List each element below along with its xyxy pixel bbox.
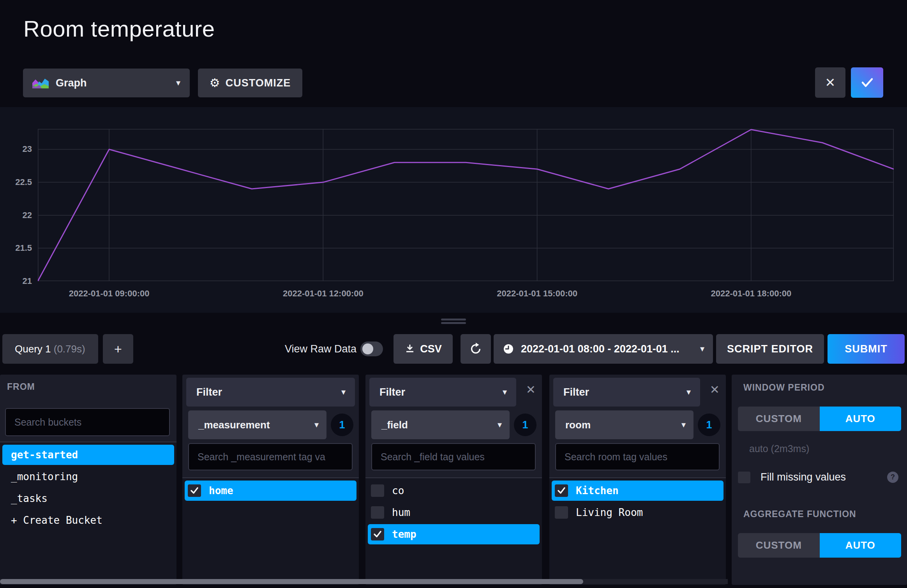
checkbox[interactable] <box>371 484 384 497</box>
time-range-dropdown[interactable]: 2022-01-01 08:00 - 2022-01-01 ... ▾ <box>494 334 713 364</box>
horizontal-scrollbar-track[interactable] <box>0 579 728 584</box>
aggregate-segmented-control: CUSTOM AUTO <box>738 533 901 558</box>
download-icon <box>404 343 415 354</box>
bucket-list-item[interactable]: _monitoring <box>2 467 174 487</box>
add-query-button[interactable]: + <box>103 334 133 364</box>
query-duration: (0.79s) <box>51 343 85 355</box>
checkbox[interactable] <box>371 528 384 540</box>
window-period-title: WINDOW PERIOD <box>743 382 825 393</box>
bucket-search-input[interactable] <box>5 408 170 436</box>
view-raw-data-label: View Raw Data <box>285 334 356 364</box>
tag-value-search-input[interactable] <box>555 443 720 470</box>
tag-value-label: temp <box>392 528 416 540</box>
filter-close-icon[interactable]: ✕ <box>710 384 720 396</box>
clock-icon <box>503 343 514 354</box>
line-chart[interactable] <box>38 129 894 281</box>
tag-value-search-input[interactable] <box>188 443 353 470</box>
filter-panel: Filter▾✕room▾1KitchenLiving Room <box>549 375 726 585</box>
selected-count-badge: 1 <box>698 414 720 436</box>
chevron-down-icon: ▾ <box>314 421 319 429</box>
query-tab[interactable]: Query 1 (0.79s) <box>2 334 98 364</box>
from-panel: FROM get-started_monitoring_tasks+ Creat… <box>0 375 176 585</box>
auto-window-period-value: auto (2m3ms) <box>749 443 809 454</box>
tag-key-label: room <box>565 419 591 431</box>
filter-panel: Filter▾_measurement▾1home <box>182 375 359 585</box>
y-axis-tick-label: 22 <box>1 210 32 220</box>
filter-header-dropdown[interactable]: Filter▾ <box>186 378 355 407</box>
customize-button[interactable]: ⚙ CUSTOMIZE <box>198 69 302 97</box>
aggregate-custom-button[interactable]: CUSTOM <box>738 533 820 558</box>
refresh-button[interactable] <box>461 334 491 364</box>
tag-value-row[interactable]: co <box>368 481 540 501</box>
y-axis-tick-label: 21 <box>1 276 32 286</box>
horizontal-scrollbar-thumb[interactable] <box>0 579 583 584</box>
check-icon <box>190 486 199 495</box>
check-icon <box>860 77 874 88</box>
filter-title: Filter <box>563 386 589 398</box>
tag-value-list: KitchenLiving Room <box>549 478 726 585</box>
window-auto-button[interactable]: AUTO <box>820 407 902 431</box>
tag-value-label: hum <box>392 507 410 518</box>
time-range-label: 2022-01-01 08:00 - 2022-01-01 ... <box>521 343 679 355</box>
checkbox[interactable] <box>555 506 568 519</box>
script-editor-button[interactable]: SCRIPT EDITOR <box>716 334 824 364</box>
cancel-button[interactable]: ✕ <box>815 67 845 98</box>
chevron-down-icon: ▾ <box>503 388 507 396</box>
window-period-segmented-control: CUSTOM AUTO <box>738 407 901 431</box>
tag-value-row[interactable]: hum <box>368 502 540 523</box>
tag-value-row[interactable]: temp <box>368 524 540 544</box>
customize-label: CUSTOMIZE <box>226 77 291 89</box>
filter-close-icon[interactable]: ✕ <box>526 384 536 396</box>
help-icon[interactable]: ? <box>887 472 898 483</box>
visualization-type-dropdown[interactable]: Graph ▾ <box>23 69 190 97</box>
bucket-label: _monitoring <box>11 471 78 482</box>
page-title: Room temperature <box>23 16 215 42</box>
bucket-label: get-started <box>11 449 78 461</box>
view-raw-data-toggle[interactable] <box>360 342 383 356</box>
x-axis-tick-label: 2022-01-01 18:00:00 <box>689 289 813 299</box>
x-axis-tick-label: 2022-01-01 15:00:00 <box>475 289 600 299</box>
query-tab-name: Query 1 <box>15 343 51 355</box>
bucket-list-item[interactable]: _tasks <box>2 488 174 509</box>
checkbox[interactable] <box>371 506 384 519</box>
csv-download-button[interactable]: CSV <box>394 334 453 364</box>
filter-header-dropdown[interactable]: Filter▾ <box>369 378 516 407</box>
tag-key-dropdown[interactable]: _measurement▾ <box>188 410 326 439</box>
bucket-list-item[interactable]: get-started <box>2 445 174 465</box>
check-icon <box>373 530 382 539</box>
confirm-button[interactable] <box>851 67 883 98</box>
tag-value-search-input[interactable] <box>371 443 536 470</box>
tag-key-dropdown[interactable]: room▾ <box>555 410 693 439</box>
visualization-type-label: Graph <box>56 77 87 89</box>
fill-missing-checkbox[interactable] <box>738 472 750 483</box>
chevron-down-icon: ▾ <box>341 388 346 396</box>
filter-title: Filter <box>379 386 405 398</box>
tag-key-label: _field <box>381 419 408 431</box>
csv-label: CSV <box>420 343 442 355</box>
x-axis-tick-label: 2022-01-01 12:00:00 <box>261 289 385 299</box>
checkbox[interactable] <box>188 484 201 497</box>
graph-panel: 2121.52222.5232022-01-01 09:00:002022-01… <box>0 107 907 313</box>
tag-value-row[interactable]: Kitchen <box>552 481 723 501</box>
tag-key-dropdown[interactable]: _field▾ <box>371 410 510 439</box>
bucket-list-item[interactable]: + Create Bucket <box>2 510 174 530</box>
chevron-down-icon: ▾ <box>700 345 704 353</box>
chevron-down-icon: ▾ <box>176 79 180 87</box>
checkbox[interactable] <box>555 484 568 497</box>
toggle-knob <box>362 343 373 354</box>
check-icon <box>557 486 566 495</box>
chevron-down-icon: ▾ <box>686 388 691 396</box>
tag-key-label: _measurement <box>198 419 270 431</box>
refresh-icon <box>469 342 482 356</box>
y-axis-tick-label: 21.5 <box>1 243 32 253</box>
filter-panel: Filter▾✕_field▾1cohumtemp <box>365 375 542 585</box>
tag-value-row[interactable]: home <box>185 481 356 501</box>
aggregate-auto-button[interactable]: AUTO <box>820 533 902 558</box>
filter-title: Filter <box>196 386 222 398</box>
tag-value-row[interactable]: Living Room <box>552 502 723 523</box>
filter-header-dropdown[interactable]: Filter▾ <box>553 378 700 407</box>
window-custom-button[interactable]: CUSTOM <box>738 407 820 431</box>
resize-drag-handle[interactable] <box>441 319 466 324</box>
chart-canvas[interactable] <box>38 129 894 281</box>
submit-button[interactable]: SUBMIT <box>828 334 905 364</box>
